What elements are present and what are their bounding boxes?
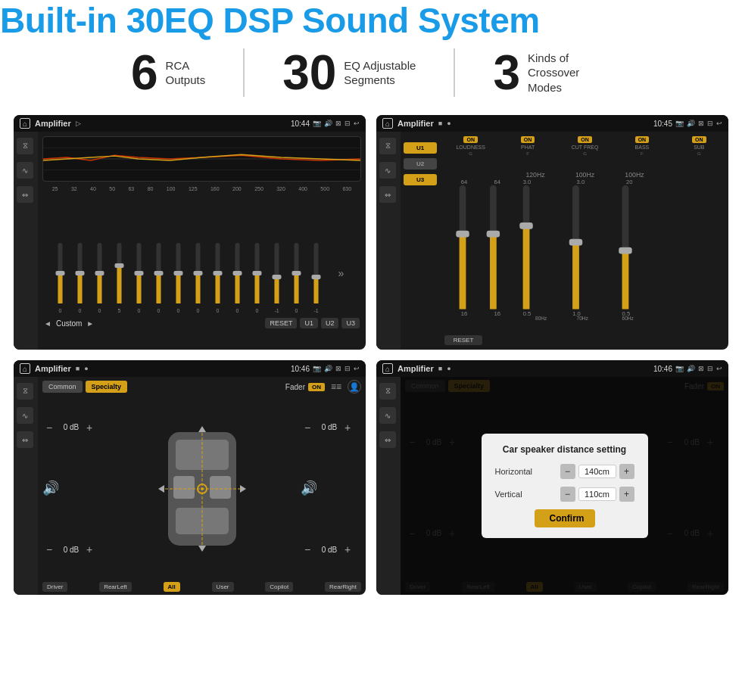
svg-text:1.0: 1.0 xyxy=(572,310,581,317)
svg-rect-33 xyxy=(194,271,203,275)
stat-crossover: 3 Kinds ofCrossover Modes xyxy=(455,48,649,97)
vol-fl-minus[interactable]: − xyxy=(42,422,56,434)
wave-icon-4[interactable]: ∿ xyxy=(379,407,396,424)
stats-row: 6 RCAOutputs 30 EQ AdjustableSegments 3 … xyxy=(0,41,742,110)
svg-text:0.5: 0.5 xyxy=(523,310,532,317)
amp-reset-btn[interactable]: RESET xyxy=(444,335,482,345)
specialty-btn-3[interactable]: Specialty xyxy=(86,381,128,393)
svg-text:16: 16 xyxy=(494,310,500,317)
u1-btn[interactable]: U1 xyxy=(300,318,318,328)
svg-rect-57 xyxy=(312,275,321,279)
svg-rect-78 xyxy=(572,241,579,309)
eq-freq-labels: 25 32 40 50 63 80 100 125 160 200 250 32… xyxy=(42,186,361,191)
home-icon-2[interactable] xyxy=(382,118,393,129)
arrow-icon-2[interactable]: ⇔ xyxy=(379,186,396,203)
svg-rect-12 xyxy=(98,273,102,303)
arrow-icon-4[interactable]: ⇔ xyxy=(379,431,396,448)
eq-icon[interactable]: ⧖ xyxy=(17,138,33,154)
driver-btn[interactable]: Driver xyxy=(42,582,67,592)
phat-toggle[interactable]: ON xyxy=(521,136,535,143)
user-btn[interactable]: User xyxy=(212,582,234,592)
all-btn[interactable]: All xyxy=(164,582,180,592)
svg-text:0: 0 xyxy=(157,308,161,313)
vol-rl-minus[interactable]: − xyxy=(42,543,56,555)
app-name-3: Amplifier xyxy=(35,364,71,373)
svg-rect-52 xyxy=(295,273,299,303)
copilot-btn[interactable]: Copilot xyxy=(265,582,293,592)
u3-btn[interactable]: U3 xyxy=(341,318,360,328)
svg-text:»: » xyxy=(338,267,344,279)
vertical-value: 110cm xyxy=(578,487,616,501)
vol-rr-minus[interactable]: − xyxy=(301,543,314,555)
svg-rect-21 xyxy=(135,271,144,275)
vol-fl-plus[interactable]: + xyxy=(86,422,92,434)
horizontal-row: Horizontal − 140cm + xyxy=(495,464,634,479)
stat-crossover-text: Kinds ofCrossover Modes xyxy=(528,51,611,95)
svg-rect-24 xyxy=(157,273,161,303)
sub-label: SUB xyxy=(694,145,704,150)
horizontal-plus-btn[interactable]: + xyxy=(619,464,634,479)
screen-fader: Amplifier ■ ● 10:46 📷 🔊 ⊠ ⊟ ↩ ⧖ ∿ ⇔ xyxy=(14,360,366,595)
stat-crossover-number: 3 xyxy=(493,48,520,97)
svg-text:0: 0 xyxy=(197,308,200,313)
arrow-icon[interactable]: ⇔ xyxy=(17,186,33,203)
svg-rect-28 xyxy=(176,273,181,303)
cutfreq-label: CUT FREQ xyxy=(572,145,599,150)
svg-rect-75 xyxy=(523,225,530,309)
svg-rect-72 xyxy=(490,233,497,309)
confirm-button[interactable]: Confirm xyxy=(535,509,595,527)
common-btn-3[interactable]: Common xyxy=(42,381,83,393)
u3-preset[interactable]: U3 xyxy=(404,174,437,185)
svg-text:0: 0 xyxy=(59,308,62,313)
u2-preset[interactable]: U2 xyxy=(404,158,437,170)
eq-icon-4[interactable]: ⧖ xyxy=(379,383,396,400)
stat-rca-text: RCAOutputs xyxy=(166,58,206,88)
eq-icon-2[interactable]: ⧖ xyxy=(379,138,396,154)
svg-text:0: 0 xyxy=(98,308,101,313)
vol-rl-plus[interactable]: + xyxy=(86,543,92,555)
home-icon-4[interactable] xyxy=(382,363,393,374)
eq-next-btn[interactable]: ► xyxy=(86,319,94,328)
bass-toggle[interactable]: ON xyxy=(635,136,650,143)
svg-rect-37 xyxy=(214,271,223,275)
vertical-plus-btn[interactable]: + xyxy=(619,487,634,502)
vol-rr-plus[interactable]: + xyxy=(344,543,351,555)
svg-rect-56 xyxy=(314,277,319,303)
vertical-minus-btn[interactable]: − xyxy=(560,487,575,502)
svg-rect-81 xyxy=(622,250,629,310)
svg-text:-1: -1 xyxy=(274,308,279,313)
vol-fr-minus[interactable]: − xyxy=(301,422,314,434)
svg-text:3.0: 3.0 xyxy=(523,179,532,185)
eq-prev-btn[interactable]: ◄ xyxy=(44,319,51,328)
horizontal-minus-btn[interactable]: − xyxy=(560,464,575,479)
wave-icon[interactable]: ∿ xyxy=(17,162,33,179)
u1-preset[interactable]: U1 xyxy=(404,142,437,154)
home-icon-1[interactable] xyxy=(20,118,30,129)
reset-btn[interactable]: RESET xyxy=(265,318,297,328)
status-time-1: 10:44 xyxy=(291,120,310,128)
svg-marker-100 xyxy=(198,426,206,432)
screen-distance: Amplifier ■ ● 10:46 📷 🔊 ⊠ ⊟ ↩ ⧖ ∿ ⇔ xyxy=(376,360,728,595)
u2-btn[interactable]: U2 xyxy=(321,318,339,328)
fader-toggle[interactable]: ON xyxy=(308,383,325,391)
bass-label: BASS xyxy=(635,145,650,150)
eq-icon-3[interactable]: ⧖ xyxy=(17,383,33,400)
sub-toggle[interactable]: ON xyxy=(692,136,706,143)
wave-icon-3[interactable]: ∿ xyxy=(17,407,33,424)
rearleft-btn[interactable]: RearLeft xyxy=(99,582,132,592)
rearright-btn[interactable]: RearRight xyxy=(325,582,361,592)
home-icon-3[interactable] xyxy=(20,363,30,374)
sidebar-2: ⧖ ∿ ⇔ xyxy=(376,132,401,350)
sidebar-4: ⧖ ∿ ⇔ xyxy=(376,377,401,595)
wave-icon-2[interactable]: ∿ xyxy=(379,162,396,179)
loudness-toggle[interactable]: ON xyxy=(463,136,478,143)
arrow-icon-3[interactable]: ⇔ xyxy=(17,431,33,448)
main-title: Built-in 30EQ DSP Sound System xyxy=(0,0,742,41)
svg-rect-29 xyxy=(174,271,183,275)
stat-eq: 30 EQ AdjustableSegments xyxy=(245,48,455,97)
vol-fr-plus[interactable]: + xyxy=(344,422,351,434)
svg-text:80Hz: 80Hz xyxy=(535,316,547,321)
cutfreq-toggle[interactable]: ON xyxy=(578,136,592,143)
screen-amp: Amplifier ■ ● 10:45 📷 🔊 ⊠ ⊟ ↩ ⧖ ∿ ⇔ xyxy=(376,115,728,350)
svg-rect-13 xyxy=(95,271,104,275)
